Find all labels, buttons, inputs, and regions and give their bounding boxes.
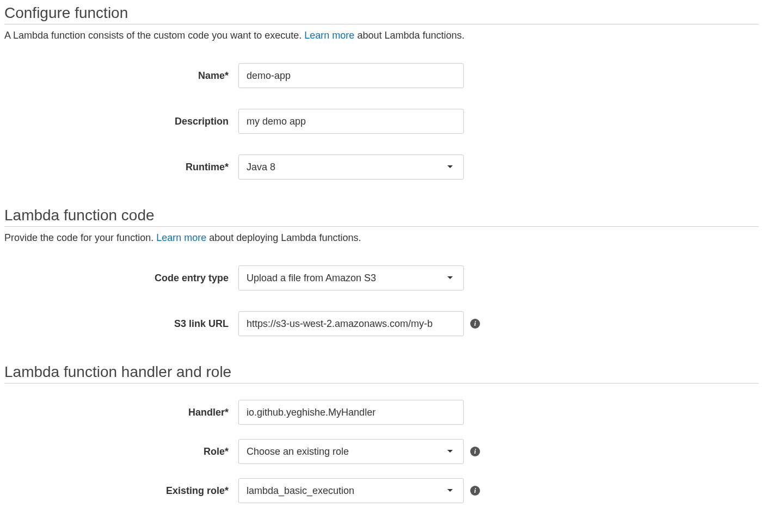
chevron-down-icon <box>447 276 453 280</box>
form-row-runtime: Runtime* Java 8 <box>4 154 759 180</box>
form-row-name: Name* <box>4 63 759 88</box>
form-row-description: Description <box>4 109 759 134</box>
configure-function-section: Configure function A Lambda function con… <box>4 4 759 180</box>
handler-label: Handler* <box>4 407 238 418</box>
info-icon[interactable]: i <box>470 486 480 496</box>
desc-text: Provide the code for your function. <box>4 232 156 243</box>
section-desc-configure: A Lambda function consists of the custom… <box>4 30 759 41</box>
learn-more-link[interactable]: Learn more <box>156 232 206 243</box>
chevron-down-icon <box>447 165 453 169</box>
runtime-select[interactable]: Java 8 <box>238 154 464 180</box>
existing-role-label: Existing role* <box>4 485 238 497</box>
description-label: Description <box>4 116 238 127</box>
code-entry-type-value: Upload a file from Amazon S3 <box>247 273 376 284</box>
chevron-down-icon <box>447 488 453 493</box>
section-title-configure: Configure function <box>4 4 759 24</box>
section-title-code: Lambda function code <box>4 207 759 227</box>
name-input[interactable] <box>238 63 464 88</box>
code-entry-type-select[interactable]: Upload a file from Amazon S3 <box>238 265 464 290</box>
form-row-existing-role: Existing role* lambda_basic_execution i <box>4 478 759 503</box>
role-select-value: Choose an existing role <box>247 446 349 457</box>
form-row-handler: Handler* <box>4 400 759 425</box>
section-desc-code: Provide the code for your function. Lear… <box>4 232 759 244</box>
learn-more-link[interactable]: Learn more <box>304 30 354 41</box>
form-row-role: Role* Choose an existing role i <box>4 439 759 464</box>
form-row-code-entry-type: Code entry type Upload a file from Amazo… <box>4 265 759 290</box>
role-select[interactable]: Choose an existing role <box>238 439 464 464</box>
name-label: Name* <box>4 70 238 82</box>
description-input[interactable] <box>238 109 464 134</box>
existing-role-select-value: lambda_basic_execution <box>247 485 354 497</box>
lambda-handler-role-section: Lambda function handler and role Handler… <box>4 363 759 503</box>
desc-text: about Lambda functions. <box>354 30 464 41</box>
runtime-label: Runtime* <box>4 162 238 173</box>
handler-input[interactable] <box>238 400 464 425</box>
chevron-down-icon <box>447 449 453 454</box>
existing-role-select[interactable]: lambda_basic_execution <box>238 478 464 503</box>
runtime-select-value: Java 8 <box>247 162 275 173</box>
s3-url-label: S3 link URL <box>4 318 238 330</box>
role-label: Role* <box>4 446 238 457</box>
s3-url-input[interactable] <box>238 311 464 336</box>
info-icon[interactable]: i <box>470 447 480 456</box>
lambda-code-section: Lambda function code Provide the code fo… <box>4 207 759 336</box>
info-icon[interactable]: i <box>470 319 480 329</box>
desc-text: about deploying Lambda functions. <box>206 232 361 243</box>
desc-text: A Lambda function consists of the custom… <box>4 30 304 41</box>
form-row-s3-url: S3 link URL i <box>4 311 759 336</box>
code-entry-type-label: Code entry type <box>4 273 238 284</box>
section-title-handler-role: Lambda function handler and role <box>4 363 759 383</box>
